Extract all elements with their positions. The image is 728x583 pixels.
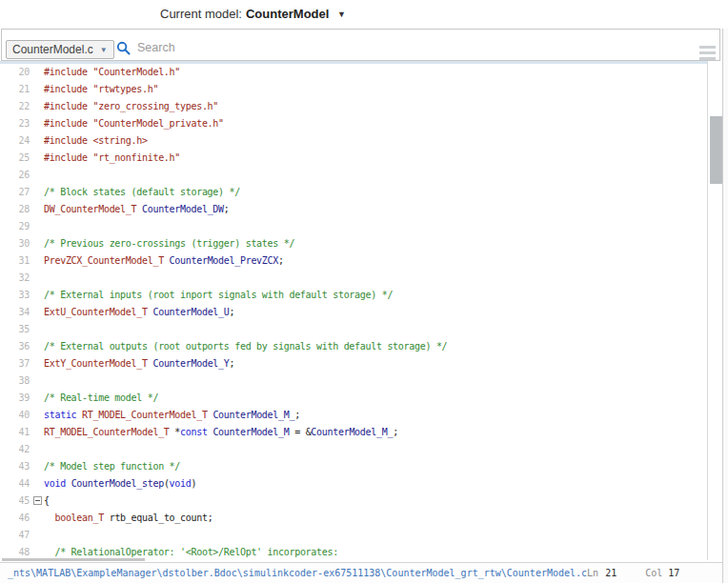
current-model-selector[interactable]: Current model:CounterModel ▼ (160, 7, 346, 21)
fold-collapse-icon[interactable] (30, 493, 44, 510)
code-token: #include "zero_crossing_types.h" (44, 101, 218, 111)
hamburger-menu-icon[interactable] (699, 46, 716, 59)
line-number: 45 (0, 493, 30, 510)
fold-spacer (30, 372, 44, 390)
fold-spacer (30, 201, 44, 218)
toolbar: CounterModel.c ▼ (1, 29, 720, 61)
vertical-scrollbar[interactable] (707, 61, 722, 560)
code-token: boolean_T (54, 513, 104, 523)
fold-spacer (30, 527, 44, 544)
code-lines: 20#include "CounterModel.h"21#include "r… (0, 64, 707, 560)
code-content: static RT_MODEL_CounterModel_T CounterMo… (44, 407, 300, 424)
line-number: 41 (0, 424, 30, 441)
code-token: ; (393, 427, 398, 437)
line-number: 40 (0, 407, 30, 424)
code-content: #include <string.h> (44, 132, 148, 150)
line-number: 36 (0, 338, 30, 355)
code-token: void (44, 478, 66, 489)
code-line: 34ExtU_CounterModel_T CounterModel_U; (0, 304, 707, 321)
file-selector-dropdown[interactable]: CounterModel.c ▼ (6, 40, 114, 59)
chevron-down-icon[interactable]: ▼ (337, 10, 346, 19)
code-line: 30/* Previous zero-crossings (trigger) s… (0, 235, 707, 252)
code-token: ; (230, 358, 235, 369)
fold-spacer (30, 458, 44, 475)
search-input[interactable] (137, 41, 423, 54)
code-token: /* Real-time model */ (44, 392, 158, 403)
code-line: 40static RT_MODEL_CounterModel_T Counter… (0, 407, 707, 424)
line-number: 43 (0, 458, 30, 475)
col-value: 17 (668, 568, 679, 578)
line-label: Ln (587, 568, 598, 578)
code-line: 29 (0, 218, 707, 235)
code-line: 35 (0, 321, 707, 338)
status-bar: _nts\MATLAB\ExampleManager\dstolber.Bdoc… (0, 562, 722, 583)
code-line: 46 boolean_T rtb_equal_to_count; (0, 510, 707, 527)
code-token: /* Model step function */ (44, 461, 180, 472)
line-number: 31 (0, 252, 30, 270)
line-number: 47 (0, 527, 30, 544)
line-number: 20 (0, 64, 30, 81)
code-content: ExtU_CounterModel_T CounterModel_U; (44, 304, 234, 321)
code-token: #include <string.h> (44, 135, 148, 146)
fold-spacer (30, 98, 44, 115)
code-line: 28DW_CounterModel_T CounterModel_DW; (0, 201, 707, 218)
code-token: CounterModel_M_ (311, 427, 393, 437)
line-number: 27 (0, 184, 30, 201)
code-token: #include "CounterModel_private.h" (44, 118, 224, 129)
code-editor[interactable]: 20#include "CounterModel.h"21#include "r… (0, 64, 707, 560)
code-line: 33/* External inputs (root inport signal… (0, 287, 707, 304)
fold-spacer (30, 252, 44, 270)
line-number: 35 (0, 321, 30, 338)
code-line: 43/* Model step function */ (0, 458, 707, 475)
code-token: { (44, 495, 50, 506)
code-viewer-window: Current model:CounterModel ▼ CounterMode… (0, 0, 728, 583)
vertical-scrollbar-thumb[interactable] (710, 116, 722, 184)
code-token: CounterModel_DW (142, 204, 224, 214)
code-content: #include "CounterModel.h" (44, 64, 180, 81)
code-content: #include "zero_crossing_types.h" (44, 98, 218, 115)
code-line: 26 (0, 167, 707, 184)
code-token: ; (230, 307, 235, 317)
line-number: 44 (0, 475, 30, 493)
code-content: /* Previous zero-crossings (trigger) sta… (44, 235, 294, 252)
code-line: 44void CounterModel_step(void) (0, 475, 707, 493)
code-content: DW_CounterModel_T CounterModel_DW; (44, 201, 230, 218)
fold-spacer (30, 355, 44, 372)
fold-spacer (30, 424, 44, 441)
code-token: static (44, 410, 76, 420)
code-token: /* RelationalOperator: '<Root>/RelOpt' i… (54, 547, 337, 557)
line-number: 42 (0, 441, 30, 458)
code-token: DW_CounterModel_T (44, 204, 136, 214)
fold-spacer (30, 218, 44, 235)
line-number: 39 (0, 390, 30, 407)
code-content: /* External inputs (root inport signals … (44, 287, 393, 304)
horizontal-scrollbar-thumb[interactable] (2, 558, 145, 561)
line-number: 24 (0, 132, 30, 150)
code-line: 41RT_MODEL_CounterModel_T *const Counter… (0, 424, 707, 441)
code-line: 36/* External outputs (root outports fed… (0, 338, 707, 355)
line-number: 37 (0, 355, 30, 372)
fold-spacer (30, 407, 44, 424)
file-selector-value: CounterModel.c (12, 43, 93, 56)
code-line: 31PrevZCX_CounterModel_T CounterModel_Pr… (0, 252, 707, 270)
line-number: 33 (0, 287, 30, 304)
line-number: 28 (0, 201, 30, 218)
fold-spacer (30, 441, 44, 458)
line-number: 46 (0, 510, 30, 527)
code-token: CounterModel_U (152, 307, 229, 317)
fold-spacer (30, 115, 44, 132)
code-line: 32 (0, 270, 707, 287)
code-token: ) (192, 478, 197, 489)
code-token: PrevZCX_CounterModel_T (44, 255, 164, 266)
code-content: ExtY_CounterModel_T CounterModel_Y; (44, 355, 234, 372)
line-number: 22 (0, 98, 30, 115)
fold-spacer (30, 150, 44, 167)
code-content: PrevZCX_CounterModel_T CounterModel_Prev… (44, 252, 284, 270)
fold-spacer (30, 81, 44, 98)
search-icon (116, 41, 131, 55)
line-number: 38 (0, 372, 30, 390)
code-token: CounterModel_PrevZCX (170, 255, 278, 266)
line-number: 21 (0, 81, 30, 98)
line-value: 21 (605, 568, 617, 578)
fold-spacer (30, 184, 44, 201)
